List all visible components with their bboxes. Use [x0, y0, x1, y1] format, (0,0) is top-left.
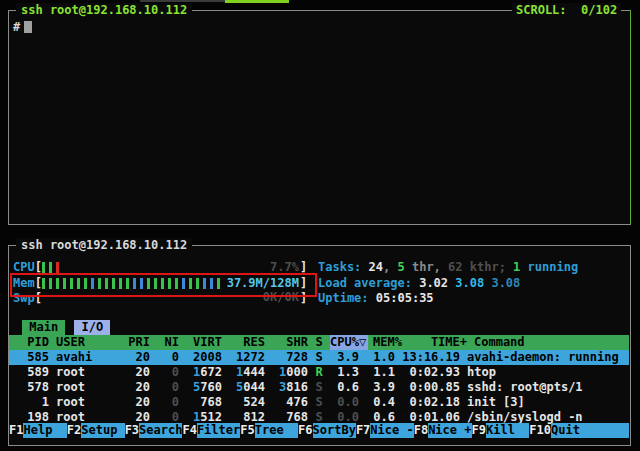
command-cell: avahi-daemon: running [467, 350, 629, 365]
tasks-line: Tasks: 24, 5 thr, 62 kthr; 1 running [318, 260, 578, 275]
pid-cell: 578 [13, 380, 49, 395]
f5-key[interactable]: F5 [240, 423, 254, 438]
state-cell: S [315, 350, 323, 365]
top-edge-grey-artifact [140, 0, 225, 2]
virt-cell: 5760 [186, 380, 222, 395]
prompt-symbol: # [13, 20, 20, 34]
user-cell: root [56, 380, 121, 395]
tmux-pane-top[interactable] [8, 10, 631, 225]
header-user[interactable]: USER [56, 335, 121, 350]
user-cell: root [56, 365, 121, 380]
load-average-label: Load average: [318, 276, 419, 290]
shr-lo: 000 [286, 365, 308, 379]
header-state[interactable]: S [315, 335, 323, 350]
virt-cell: 768 [186, 395, 222, 410]
cpu-cell: 3.9 [330, 350, 359, 365]
header-command[interactable]: Command [474, 335, 629, 350]
f3-key[interactable]: F3 [125, 423, 139, 438]
load-15min: 3.08 [491, 276, 520, 290]
meter-bar [49, 262, 52, 273]
f1-help-button[interactable]: Help [23, 423, 66, 438]
load-average-line: Load average: 3.02 3.08 3.08 [318, 276, 520, 291]
virt-lo: 672 [200, 365, 222, 379]
f9-kill-button[interactable]: Kill [486, 423, 529, 438]
res-lo: 044 [243, 380, 265, 394]
f10-key[interactable]: F10 [529, 423, 551, 438]
meter-bar [56, 262, 59, 273]
f5-tree-button[interactable]: Tree [255, 423, 298, 438]
header-mem[interactable]: MEM% [373, 335, 402, 350]
virt-lo: 768 [200, 395, 222, 409]
shr-lo: 728 [286, 350, 308, 364]
mem-cell: 1.1 [366, 365, 395, 380]
f8-nice-plus-button[interactable]: Nice + [428, 423, 471, 438]
header-time[interactable]: TIME+ [409, 335, 467, 350]
f7-nice-minus-button[interactable]: Nice - [370, 423, 413, 438]
terminal-cursor [24, 21, 32, 33]
f2-setup-button[interactable]: Setup [81, 423, 124, 438]
function-key-bar: F1Help F2Setup F3Search F4Filter F5Tree … [9, 423, 629, 438]
f1-key[interactable]: F1 [9, 423, 23, 438]
virt-cell: 1672 [186, 365, 222, 380]
mem-highlight-annotation-box [10, 273, 317, 297]
tasks-label: Tasks: [318, 260, 369, 274]
process-row[interactable]: 589 root 20 0 1672 1444 1000 R 1.3 1.1 0… [9, 365, 629, 380]
state-cell: S [315, 380, 323, 395]
f10-quit-button[interactable]: Quit [551, 423, 629, 438]
header-shr[interactable]: SHR [272, 335, 308, 350]
shr-lo: 816 [286, 380, 308, 394]
virt-lo: 512 [200, 410, 222, 424]
process-row[interactable]: 1 root 20 0 768 524 476 S 0.0 0.4 0:02.1… [9, 395, 629, 410]
f3-search-button[interactable]: Search [139, 423, 182, 438]
shell-prompt-line[interactable]: # [13, 20, 32, 35]
f2-key[interactable]: F2 [67, 423, 81, 438]
ni-cell: 0 [157, 395, 179, 410]
state-cell: R [315, 365, 323, 380]
header-cpu-sort-column[interactable]: CPU%▽ [330, 335, 368, 350]
tab-io[interactable]: I/O [74, 320, 110, 335]
time-cell: 0:00.85 [402, 380, 460, 395]
f6-key[interactable]: F6 [298, 423, 312, 438]
header-pid[interactable]: PID [13, 335, 49, 350]
load-1min: 3.02 [419, 276, 455, 290]
shr-lo: 476 [286, 395, 308, 409]
user-cell: avahi [56, 350, 121, 365]
time-cell: 0:02.18 [402, 395, 460, 410]
f9-key[interactable]: F9 [472, 423, 486, 438]
pri-cell: 20 [128, 380, 150, 395]
mem-cell: 3.9 [366, 380, 395, 395]
terminal-screen: ssh root@192.168.10.112 SCROLL: 0/102 # … [0, 0, 640, 451]
res-cell: 1444 [229, 365, 265, 380]
process-row-selected[interactable]: 585 avahi 20 0 2008 1272 728 S 3.9 1.0 1… [9, 350, 629, 365]
pid-cell: 589 [13, 365, 49, 380]
f4-key[interactable]: F4 [182, 423, 196, 438]
res-cell: 1272 [229, 350, 265, 365]
virt-lo: 008 [200, 350, 222, 364]
res-lo: 272 [243, 350, 265, 364]
header-virt[interactable]: VIRT [186, 335, 222, 350]
f7-key[interactable]: F7 [356, 423, 370, 438]
tab-main[interactable]: Main [22, 320, 65, 335]
f6-sortby-button[interactable]: SortBy [313, 423, 356, 438]
mem-cell: 1.0 [366, 350, 395, 365]
tasks-separator: , [383, 260, 397, 274]
top-pane-title: ssh root@192.168.10.112 [16, 3, 192, 18]
ni-cell: 0 [157, 380, 179, 395]
bottom-pane-title: ssh root@192.168.10.112 [16, 238, 192, 253]
header-ni[interactable]: NI [157, 335, 179, 350]
header-res[interactable]: RES [229, 335, 265, 350]
cpu-cell: 0.0 [330, 395, 359, 410]
command-cell: init [3] [467, 395, 629, 410]
process-row[interactable]: 578 root 20 0 5760 5044 3816 S 0.6 3.9 0… [9, 380, 629, 395]
pri-cell: 20 [128, 395, 150, 410]
kthread-text: 62 kthr; [448, 260, 513, 274]
tasks-count: 24 [369, 260, 383, 274]
process-table-header: PID USER PRI NI VIRT RES SHR S CPU%▽ MEM… [9, 335, 629, 350]
header-pri[interactable]: PRI [128, 335, 150, 350]
cpu-meter-close-bracket: ] [300, 260, 307, 274]
f8-key[interactable]: F8 [414, 423, 428, 438]
shr-lo: 768 [286, 410, 308, 424]
f4-filter-button[interactable]: Filter [197, 423, 240, 438]
shr-cell: 728 [272, 350, 308, 365]
uptime-value: 05:05:35 [376, 291, 434, 305]
